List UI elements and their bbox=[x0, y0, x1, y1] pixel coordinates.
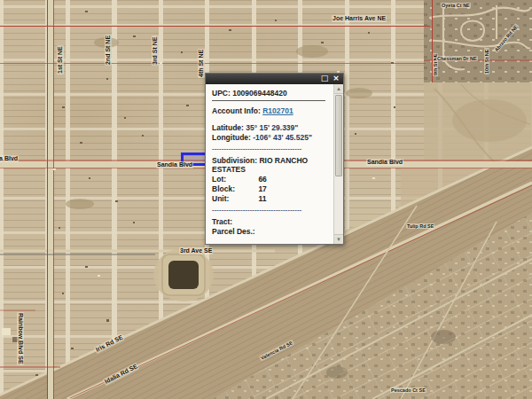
popup-body: UPC: 1009069448420 Account Info: R102701… bbox=[206, 84, 333, 244]
street-label-chessman-dr: Chessman Dr NE bbox=[436, 56, 478, 61]
lot-row: Lot: 66 bbox=[212, 175, 331, 184]
street-label-oyeta-ct: Oyeta Ct NE bbox=[441, 3, 471, 8]
lot-value: 66 bbox=[258, 175, 266, 184]
street-label-tulip-rd: Tulip Rd SE bbox=[406, 223, 434, 229]
longitude-value: -106° 43' 45.525" bbox=[253, 133, 312, 142]
ne-subdivision bbox=[424, 0, 532, 82]
unit-row: Unit: 11 bbox=[212, 194, 331, 203]
dashed-divider-2: -------------------------------------- bbox=[212, 206, 331, 214]
street-label-2nd-st: 2nd St NE bbox=[105, 35, 112, 66]
parcel-info-popup: □ × UPC: 1009069448420 Account Info: R10… bbox=[205, 73, 344, 245]
block-row: Block: 17 bbox=[212, 184, 331, 193]
dashed-divider: -------------------------------------- bbox=[212, 145, 331, 153]
upc-value: 1009069448420 bbox=[232, 89, 286, 98]
street-label-sandia-blvd-east: Sandia Blvd bbox=[366, 159, 403, 166]
street-label-10th-st: 10th St NE bbox=[484, 48, 489, 74]
pond-feature bbox=[153, 248, 214, 301]
account-row: Account Info: R102701 bbox=[212, 106, 331, 115]
block-label: Block: bbox=[212, 184, 256, 193]
gis-parcel-viewer: Joe Harris Ave NE 1st St NE 2nd St NE 3r… bbox=[0, 0, 532, 399]
separator-line bbox=[212, 100, 325, 101]
upc-row: UPC: 1009069448420 bbox=[212, 89, 331, 98]
lot-label: Lot: bbox=[212, 175, 256, 184]
longitude-row: Longitude: -106° 43' 45.525" bbox=[212, 133, 331, 142]
popup-note: Please Note: Latitude and Longitude is t… bbox=[212, 242, 331, 244]
unit-label: Unit: bbox=[212, 194, 256, 203]
street-label-sandia-blvd-west: Sandia Blvd bbox=[0, 155, 19, 162]
unit-value: 11 bbox=[258, 194, 266, 203]
street-label-rainbow-blvd: Rainbow Blvd SE bbox=[17, 312, 24, 365]
tract-label: Tract: bbox=[212, 217, 232, 226]
street-label-1st-st: 1st St NE bbox=[57, 45, 64, 74]
latitude-value: 35° 15' 29.339" bbox=[246, 123, 298, 132]
latitude-row: Latitude: 35° 15' 29.339" bbox=[212, 123, 331, 132]
street-label-sandia-blvd-mid: Sandia Blvd bbox=[156, 161, 193, 168]
scroll-down-icon[interactable]: ▼ bbox=[334, 234, 343, 244]
street-label-4th-st: 4th St NE bbox=[198, 49, 205, 78]
street-label-3rd-st: 3rd St NE bbox=[152, 35, 159, 66]
street-label-pescado-ct: Pescado Ct SE bbox=[390, 387, 426, 393]
parcel-des-row: Parcel Des.: bbox=[212, 227, 331, 236]
maximize-icon[interactable]: □ bbox=[320, 74, 329, 83]
close-icon[interactable]: × bbox=[332, 74, 340, 83]
upc-label: UPC: bbox=[212, 89, 231, 98]
account-link[interactable]: R102701 bbox=[262, 106, 293, 115]
account-label: Account Info: bbox=[212, 106, 261, 115]
longitude-label: Longitude: bbox=[212, 133, 251, 142]
scroll-up-icon[interactable]: ▲ bbox=[334, 84, 343, 94]
popup-scrollbar[interactable]: ▲ ▼ bbox=[333, 84, 343, 244]
parcel-des-label: Parcel Des.: bbox=[212, 227, 255, 236]
street-label-joe-harris-ave: Joe Harris Ave NE bbox=[332, 15, 387, 22]
popup-titlebar: □ × bbox=[206, 74, 343, 84]
tract-row: Tract: bbox=[212, 217, 331, 226]
latitude-label: Latitude: bbox=[212, 123, 244, 132]
scrollbar-thumb[interactable] bbox=[335, 95, 342, 176]
subdivision-row: Subdivision: RIO RANCHO ESTATES bbox=[212, 156, 331, 174]
block-value: 17 bbox=[258, 184, 266, 193]
subdivision-label: Subdivision: bbox=[212, 156, 257, 165]
street-label-3rd-ave: 3rd Ave SE bbox=[179, 247, 213, 254]
